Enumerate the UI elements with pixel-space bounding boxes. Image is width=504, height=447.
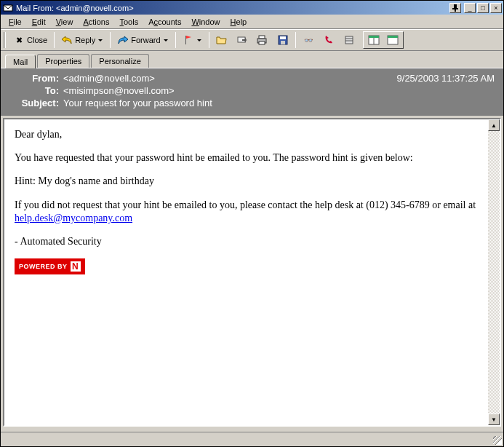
category-button[interactable] [340, 31, 359, 49]
scroll-track[interactable] [488, 131, 500, 414]
phone-icon [323, 34, 335, 46]
toolbar: ✖ Close Reply Forward [1, 29, 503, 51]
body-line1: You have requested that your password hi… [15, 151, 480, 165]
open-folder-button[interactable] [212, 31, 231, 49]
svg-rect-8 [259, 41, 265, 44]
menu-tools[interactable]: Tools [114, 16, 143, 28]
separator [295, 32, 296, 48]
menu-accounts[interactable]: Accounts [143, 16, 186, 28]
svg-rect-1 [454, 4, 457, 8]
phone-button[interactable] [319, 31, 338, 49]
print-icon [257, 34, 268, 46]
category-icon [343, 34, 355, 46]
tab-mail-label: Mail [13, 58, 28, 66]
chevron-down-icon[interactable] [196, 37, 202, 44]
forward-button[interactable]: Forward [113, 31, 172, 49]
subject-label: Subject: [8, 98, 59, 108]
menu-help[interactable]: Help [225, 16, 252, 28]
to-label: To: [8, 85, 59, 96]
menubar: File Edit View Actions Tools Accounts Wi… [1, 15, 503, 29]
menu-view[interactable]: View [51, 16, 79, 28]
statusbar [1, 432, 503, 446]
menu-actions[interactable]: Actions [78, 16, 114, 28]
scroll-down-button[interactable]: ▼ [488, 414, 500, 425]
reply-button[interactable]: Reply [57, 31, 107, 49]
split-view-icon [368, 34, 380, 46]
save-icon [277, 34, 289, 46]
svg-rect-16 [369, 36, 379, 38]
titlebar: Mail From: <admin@novell.com> _ □ × [1, 1, 503, 15]
svg-rect-6 [259, 36, 265, 39]
tab-properties[interactable]: Properties [37, 54, 89, 68]
view-mode-full-button[interactable] [383, 33, 402, 47]
close-button[interactable]: ✖ Close [9, 31, 51, 49]
chevron-down-icon[interactable] [163, 37, 169, 44]
view-mode-split-button[interactable] [364, 33, 383, 47]
svg-rect-10 [280, 36, 286, 39]
tab-properties-label: Properties [45, 57, 81, 66]
svg-rect-11 [281, 41, 285, 44]
body-line2: If you did not request that your hint be… [15, 199, 480, 225]
app-mail-icon [2, 2, 14, 14]
flag-icon [183, 34, 194, 46]
forward-button-label: Forward [131, 36, 160, 44]
tab-strip: Mail Properties Personalize [1, 51, 503, 68]
tab-mail[interactable]: Mail [5, 55, 36, 68]
to-value: <misimpson@novell.com> [63, 85, 175, 96]
from-value: <admin@novell.com> [63, 73, 155, 84]
svg-rect-19 [388, 36, 398, 38]
glasses-icon: 👓 [303, 34, 314, 46]
message-body: Dear dylan, You have requested that your… [3, 118, 501, 427]
close-icon: ✖ [13, 34, 25, 46]
separator [175, 32, 176, 48]
body-hint: Hint: My dog's name and birthday [15, 175, 480, 188]
scroll-up-button[interactable]: ▲ [488, 119, 500, 131]
helpdesk-link[interactable]: help.desk@mycompany.com [15, 213, 132, 224]
novell-n-icon: N [71, 261, 81, 272]
vertical-scrollbar[interactable]: ▲ ▼ [488, 119, 500, 425]
message-header: 9/25/2003 11:37:25 AM From: <admin@novel… [1, 68, 503, 116]
subject-value: Your request for your password hint [63, 98, 212, 108]
body-signature: - Automated Security [15, 235, 480, 248]
chevron-down-icon[interactable] [97, 37, 103, 44]
separator [54, 32, 55, 48]
svg-rect-2 [452, 8, 458, 9]
window-title: Mail From: <admin@novell.com> [16, 4, 449, 12]
minimize-button[interactable]: _ [464, 3, 476, 13]
full-view-icon [387, 34, 399, 46]
menu-window[interactable]: Window [186, 16, 225, 28]
menu-file[interactable]: File [4, 16, 27, 28]
svg-rect-3 [455, 9, 456, 12]
close-window-button[interactable]: × [490, 3, 502, 13]
powered-by-badge: POWERED BY N [15, 258, 85, 274]
move-button[interactable] [233, 31, 252, 49]
separator [110, 32, 111, 48]
tab-personalize-label: Personalize [99, 57, 140, 66]
maximize-button[interactable]: □ [477, 3, 489, 13]
separator [209, 32, 209, 48]
flag-button[interactable] [179, 31, 206, 49]
pin-button[interactable] [449, 3, 461, 13]
print-button[interactable] [253, 31, 272, 49]
tab-personalize[interactable]: Personalize [91, 54, 148, 68]
body-line2-text: If you did not request that your hint be… [15, 199, 476, 210]
from-label: From: [8, 73, 59, 84]
body-greeting: Dear dylan, [15, 128, 480, 141]
forward-icon [117, 34, 129, 46]
mark-read-button[interactable]: 👓 [299, 31, 318, 49]
reply-icon [61, 34, 73, 46]
powered-by-text: POWERED BY [19, 263, 68, 270]
svg-rect-4 [185, 36, 186, 44]
close-button-label: Close [27, 36, 47, 44]
message-date: 9/25/2003 11:37:25 AM [397, 73, 495, 84]
save-button[interactable] [273, 31, 292, 49]
move-icon [236, 34, 248, 46]
menu-edit[interactable]: Edit [27, 16, 51, 28]
toolbar-grip [4, 32, 6, 48]
svg-rect-12 [345, 36, 353, 44]
reply-button-label: Reply [75, 36, 95, 44]
open-folder-icon [216, 34, 228, 46]
